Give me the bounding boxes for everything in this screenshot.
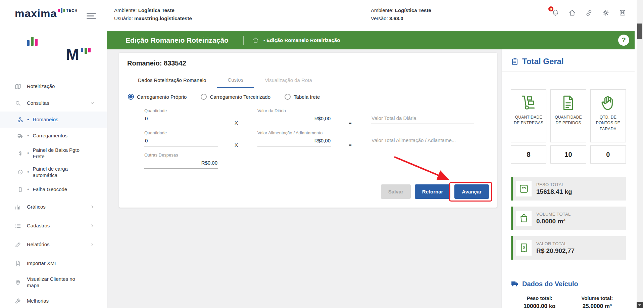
sidebar-item-falha-geocode[interactable]: • Falha Geocode (0, 181, 107, 197)
environment-info: Ambiente: Logística Teste Usuário: maxst… (114, 7, 192, 24)
tab-dados-roteirizacao[interactable]: Dados Roteirização Romaneio (127, 72, 217, 88)
sidebar-logo: M (0, 31, 107, 78)
radio-label: Tabela frete (294, 94, 320, 100)
quantidade-field-2: Quantidade 0 (144, 130, 218, 146)
sidebar-item-carregamentos[interactable]: • Carregamentos (0, 128, 107, 144)
return-button[interactable]: Retornar (415, 184, 451, 199)
ambiente2-value: Logística Teste (395, 7, 431, 13)
radio-label: Carregamento Próprio (137, 94, 187, 100)
usuario-label: Usuário: (114, 15, 133, 21)
mobile-icon (17, 187, 23, 192)
quantidade-field-1: Quantidade 0 (144, 108, 218, 124)
sidebar-item-romaneios[interactable]: • Romaneios (0, 112, 107, 128)
sidebar-item-label: Importar XML (27, 260, 57, 267)
package-icon (516, 211, 532, 226)
chevron-right-icon (90, 242, 95, 247)
help-button[interactable]: ? (618, 35, 629, 46)
save-button[interactable]: Salvar (381, 184, 411, 199)
sidebar-item-label: Roteirização (27, 83, 55, 90)
sidebar-item-roteirizacao[interactable]: Roteirização (0, 78, 107, 95)
advance-button[interactable]: Avançar (454, 184, 489, 199)
vehicle-volume-value: 25.0000 m³ (568, 303, 626, 308)
sidebar-item-label: Painel de Baixa Pgto Frete (33, 147, 93, 160)
valor-total-alimentacao-input[interactable]: Valor Total Alimentação / Adiantame... (371, 136, 474, 146)
vehicle-info: Peso total: 10000.00 kg Volume total: 25… (511, 295, 626, 308)
vehicle-peso-label: Peso total: (511, 295, 568, 301)
vehicle-volume-label: Volume total: (568, 295, 626, 301)
notification-badge: 0 (548, 6, 554, 12)
document-icon (560, 94, 577, 111)
app-logo[interactable]: maxima TECH (15, 8, 78, 19)
sidebar-item-consultas[interactable]: Consultas (0, 95, 107, 112)
sidebar-item-label: Carregamentos (33, 132, 67, 139)
menu-toggle-icon[interactable] (87, 13, 96, 21)
scrollbar-down-arrow[interactable] (637, 302, 643, 308)
topbar: maxima TECH Ambiente: Logística Teste Us… (0, 0, 644, 31)
list-icon (15, 223, 21, 229)
sidebar-item-visualizar-clientes-mapa[interactable]: Visualizar Clientes no mapa (0, 273, 107, 292)
valor-alimentacao-field: Valor Alimentação / Adiantamento R$0,00 (257, 130, 331, 146)
tabs: Dados Roteirização Romaneio Custos Visua… (127, 72, 489, 88)
total-label: VALOR TOTAL (536, 241, 575, 246)
news-icon[interactable] (618, 9, 627, 17)
carregamento-radio-group: Carregamento Próprio Carregamento Tercei… (128, 94, 334, 100)
card-actions: Salvar Retornar Avançar (381, 184, 489, 199)
breadcrumb-home-icon[interactable] (252, 37, 259, 43)
scrollbar (637, 0, 643, 308)
wrench-icon (15, 298, 21, 304)
radio-carregamento-terceirizado[interactable] (201, 94, 207, 100)
total-row-valor: $ VALOR TOTAL R$ 20.902,77 (511, 236, 626, 260)
total-label: VOLUME TOTAL (536, 212, 571, 217)
field-label: Outras Despesas (144, 152, 218, 158)
home-icon[interactable] (568, 9, 576, 17)
play-circle-icon (17, 169, 23, 175)
outras-despesas-input[interactable]: R$0,00 (144, 158, 218, 169)
sidebar-item-label: Falha Geocode (33, 186, 67, 193)
dollar-icon (17, 150, 23, 156)
gear-icon[interactable] (602, 9, 610, 17)
valor-diaria-input[interactable]: R$0,00 (257, 114, 331, 124)
ambiente-value: Logística Teste (138, 7, 175, 13)
sidebar-item-painel-baixa-pgto-frete[interactable]: • Painel de Baixa Pgto Frete (0, 144, 107, 163)
truck-icon (511, 280, 519, 288)
quantidade-input-1[interactable]: 0 (144, 114, 218, 124)
romaneio-card: Romaneio: 833542 Dados Roteirização Roma… (119, 53, 497, 208)
total-label: PESO TOTAL (536, 182, 572, 187)
tab-visualizacao-rota[interactable]: Visualização da Rota (254, 72, 323, 88)
bullet: • (27, 150, 29, 156)
valor-diaria-field: Valor da Diária R$0,00 (257, 108, 331, 124)
sidebar-item-label: Relatórios (27, 241, 50, 248)
sidebar-item-relatorios[interactable]: Relatórios (0, 235, 107, 254)
total-value: R$ 20.902,77 (536, 247, 575, 255)
multiply-sign: X (235, 120, 238, 126)
sidebar-item-importar-xml[interactable]: Importar XML (0, 254, 107, 273)
bullet: • (27, 186, 29, 192)
sidebar-item-graficos[interactable]: Gráficos (0, 197, 107, 216)
breadcrumb: - Edição Romaneio Roteirização (263, 37, 340, 43)
dados-veiculo-title: Dados do Veículo (522, 280, 578, 288)
radio-carregamento-proprio[interactable] (128, 94, 134, 100)
logo-ticks (58, 8, 65, 13)
topbar-actions: 0 (551, 9, 627, 17)
sidebar-item-label: Painel de carga automática (33, 166, 93, 179)
ambiente-label: Ambiente: (114, 7, 137, 13)
versao-label: Versão: (371, 15, 388, 21)
sidebar-item-melhorias[interactable]: Melhorias (0, 292, 107, 308)
map-icon (15, 83, 21, 90)
sidebar-item-label: Romaneios (33, 116, 58, 123)
sidebar-item-label: Visualizar Clientes no mapa (27, 276, 87, 289)
bell-icon[interactable]: 0 (551, 9, 559, 17)
sidebar-item-cadastros[interactable]: Cadastros (0, 216, 107, 235)
stat-value: 8 (511, 145, 546, 164)
valor-total-diaria-input[interactable]: Valor Total da Diária (371, 114, 474, 124)
radio-tabela-frete[interactable] (285, 94, 291, 100)
link-icon[interactable] (585, 9, 593, 17)
annotation-arrow (390, 153, 457, 186)
sidebar-item-painel-carga-automatica[interactable]: • Painel de carga automática (0, 163, 107, 181)
tab-custos[interactable]: Custos (217, 72, 254, 88)
logo-text: maxima (15, 8, 57, 19)
valor-alimentacao-input[interactable]: R$0,00 (257, 136, 331, 146)
scrollbar-thumb[interactable] (637, 24, 642, 39)
clipboard-icon (511, 57, 519, 65)
quantidade-input-2[interactable]: 0 (144, 136, 218, 146)
